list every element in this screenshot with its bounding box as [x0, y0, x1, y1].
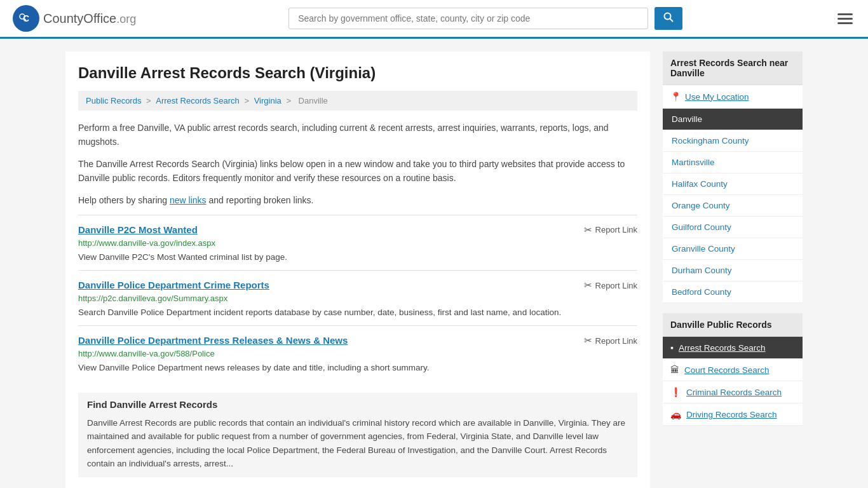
menu-icon-line2: [837, 18, 853, 20]
sidebar-item-durham[interactable]: Durham County: [663, 260, 803, 281]
main-container: Danville Arrest Records Search (Virginia…: [53, 39, 815, 488]
report-link-button-3[interactable]: ✂ Report Link: [584, 335, 637, 346]
content-area: Danville Arrest Records Search (Virginia…: [65, 51, 650, 488]
report-icon-3: ✂: [584, 335, 592, 346]
description2: The Danville Arrest Records Search (Virg…: [78, 157, 637, 186]
menu-button[interactable]: [835, 11, 855, 27]
breadcrumb-arrest-records[interactable]: Arrest Records Search: [156, 96, 240, 105]
link-url-2[interactable]: https://p2c.danvilleva.gov/Summary.aspx: [78, 294, 637, 303]
report-link-button-1[interactable]: ✂ Report Link: [584, 224, 637, 236]
link-items: Danville P2C Most Wanted ✂ Report Link h…: [78, 215, 637, 381]
link-item-2: Danville Police Department Crime Reports…: [78, 270, 637, 325]
sidebar-nearby-section: Arrest Records Search near Danville 📍 Us…: [663, 51, 803, 303]
link-item-3-title[interactable]: Danville Police Department Press Release…: [78, 335, 348, 346]
svg-point-4: [665, 13, 671, 20]
sidebar-item-bedford[interactable]: Bedford County: [663, 281, 803, 303]
logo-text: CountyOffice.org: [43, 11, 136, 26]
menu-icon-line1: [837, 13, 853, 15]
link-item-3-header: Danville Police Department Press Release…: [78, 335, 637, 346]
sidebar-record-arrest[interactable]: ▪ Arrest Records Search: [663, 337, 803, 359]
sidebar-item-halifax[interactable]: Halifax County: [663, 173, 803, 195]
report-link-button-2[interactable]: ✂ Report Link: [584, 280, 637, 291]
link-item-1-title[interactable]: Danville P2C Most Wanted: [78, 224, 198, 235]
location-pin-icon: 📍: [670, 92, 681, 102]
find-section: Find Danville Arrest Records Danville Ar…: [78, 393, 637, 477]
sidebar-record-court[interactable]: 🏛 Court Records Search: [663, 359, 803, 381]
report-link-label-3: Report Link: [595, 336, 637, 346]
link-url-3[interactable]: http://www.danville-va.gov/588/Police: [78, 349, 637, 358]
search-button[interactable]: [654, 7, 682, 30]
find-section-text: Danville Arrest Records are public recor…: [87, 416, 628, 471]
sidebar-record-driving[interactable]: 🚗 Driving Records Search: [663, 403, 803, 426]
logo-icon: C: [13, 5, 39, 32]
sidebar-item-guilford[interactable]: Guilford County: [663, 217, 803, 238]
criminal-records-icon: ❗: [670, 387, 681, 397]
description3: Help others by sharing new links and rep…: [78, 193, 637, 207]
menu-icon-line3: [837, 22, 853, 24]
link-desc-3: View Danville Police Department news rel…: [78, 362, 637, 374]
link-item-2-title[interactable]: Danville Police Department Crime Reports: [78, 280, 269, 290]
logo[interactable]: C CountyOffice.org: [13, 5, 136, 32]
search-bar-area: [288, 7, 682, 30]
sidebar-item-rockingham[interactable]: Rockingham County: [663, 130, 803, 152]
link-url-1[interactable]: http://www.danville-va.gov/index.aspx: [78, 238, 637, 248]
svg-line-5: [670, 19, 674, 22]
search-input[interactable]: [288, 8, 648, 29]
link-item-2-header: Danville Police Department Crime Reports…: [78, 280, 637, 291]
arrest-records-icon: ▪: [670, 342, 674, 353]
sidebar-item-danville[interactable]: Danville: [663, 109, 803, 130]
link-desc-2: Search Danville Police Department incide…: [78, 306, 637, 319]
link-desc-1: View Danville P2C's Most Wanted criminal…: [78, 251, 637, 264]
sidebar-public-records-title: Danville Public Records: [663, 313, 803, 337]
report-icon-2: ✂: [584, 280, 592, 291]
breadcrumb-sep2: >: [244, 96, 251, 105]
breadcrumb-sep3: >: [286, 96, 293, 105]
sidebar-item-orange[interactable]: Orange County: [663, 195, 803, 217]
find-section-heading: Find Danville Arrest Records: [87, 399, 628, 410]
report-link-label-1: Report Link: [595, 225, 637, 234]
driving-records-icon: 🚗: [670, 409, 681, 419]
sidebar-public-records-section: Danville Public Records ▪ Arrest Records…: [663, 313, 803, 426]
desc3-post: and reporting broken links.: [207, 195, 314, 205]
sidebar: Arrest Records Search near Danville 📍 Us…: [663, 51, 803, 488]
report-link-label-2: Report Link: [595, 281, 637, 290]
breadcrumb: Public Records > Arrest Records Search >…: [78, 91, 637, 111]
header: C CountyOffice.org: [0, 0, 868, 39]
new-links-link[interactable]: new links: [170, 195, 207, 205]
breadcrumb-sep1: >: [146, 96, 153, 105]
report-icon-1: ✂: [584, 224, 592, 236]
sidebar-nearby-title: Arrest Records Search near Danville: [663, 51, 803, 85]
link-item-3: Danville Police Department Press Release…: [78, 325, 637, 381]
use-my-location-link[interactable]: Use My Location: [685, 92, 749, 102]
sidebar-record-criminal[interactable]: ❗ Criminal Records Search: [663, 381, 803, 403]
breadcrumb-danville: Danville: [299, 96, 328, 105]
link-item-1: Danville P2C Most Wanted ✂ Report Link h…: [78, 215, 637, 270]
sidebar-item-granville[interactable]: Granville County: [663, 238, 803, 260]
court-records-icon: 🏛: [670, 365, 679, 375]
link-item-1-header: Danville P2C Most Wanted ✂ Report Link: [78, 224, 637, 236]
sidebar-use-my-location[interactable]: 📍 Use My Location: [663, 85, 803, 109]
breadcrumb-public-records[interactable]: Public Records: [86, 96, 141, 105]
page-title: Danville Arrest Records Search (Virginia…: [78, 64, 637, 82]
desc3-pre: Help others by sharing: [78, 195, 170, 205]
breadcrumb-virginia[interactable]: Virginia: [254, 96, 281, 105]
description1: Perform a free Danville, VA public arres…: [78, 121, 637, 149]
sidebar-item-martinsville[interactable]: Martinsville: [663, 152, 803, 173]
